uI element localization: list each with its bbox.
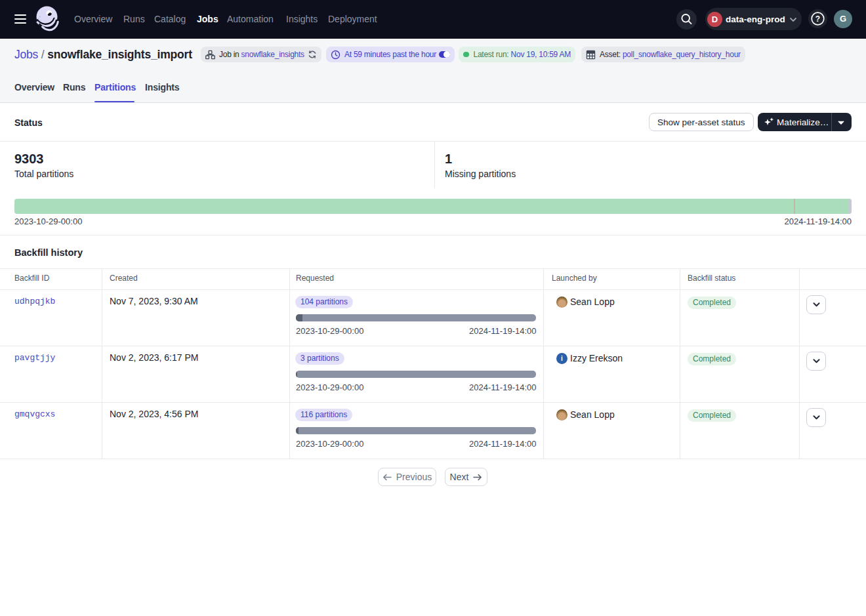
svg-text:?: ? [815, 14, 819, 24]
